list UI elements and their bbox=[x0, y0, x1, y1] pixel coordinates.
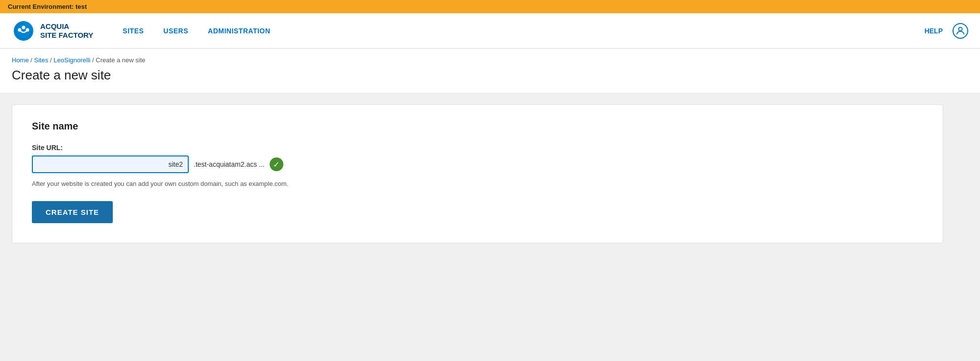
header-right: HELP bbox=[925, 23, 968, 39]
nav-administration[interactable]: ADMINISTRATION bbox=[208, 27, 270, 35]
environment-banner: Current Environment: test bbox=[0, 0, 980, 13]
url-suffix: .test-acquiatam2.acs ... bbox=[194, 160, 265, 168]
validation-check-icon: ✓ bbox=[270, 157, 283, 171]
svg-point-3 bbox=[958, 27, 962, 30]
breadcrumb-area: Home / Sites / LeoSignorelli / Create a … bbox=[0, 49, 980, 64]
main-nav: SITES USERS ADMINISTRATION bbox=[123, 27, 924, 35]
url-row: .test-acquiatam2.acs ... ✓ bbox=[32, 155, 923, 173]
environment-banner-text: Current Environment: test bbox=[8, 3, 87, 10]
svg-point-1 bbox=[22, 26, 25, 29]
logo-area: ACQUIA SITE FACTORY bbox=[12, 19, 93, 43]
user-icon[interactable] bbox=[953, 23, 968, 39]
main-content: Site name Site URL: .test-acquiatam2.acs… bbox=[0, 93, 980, 255]
breadcrumb: Home / Sites / LeoSignorelli / Create a … bbox=[12, 56, 968, 64]
site-url-label: Site URL: bbox=[32, 144, 923, 152]
breadcrumb-leosignorelli[interactable]: LeoSignorelli bbox=[53, 56, 90, 64]
breadcrumb-home[interactable]: Home bbox=[12, 56, 29, 64]
form-card: Site name Site URL: .test-acquiatam2.acs… bbox=[12, 104, 943, 243]
create-site-button[interactable]: CREATE SITE bbox=[32, 201, 113, 223]
help-link[interactable]: HELP bbox=[925, 27, 943, 35]
breadcrumb-sites[interactable]: Sites bbox=[34, 56, 49, 64]
nav-sites[interactable]: SITES bbox=[123, 27, 144, 35]
section-title: Site name bbox=[32, 121, 923, 132]
breadcrumb-current: Create a new site bbox=[96, 56, 145, 64]
helper-text: After your website is created you can ad… bbox=[32, 180, 923, 187]
acquia-logo-icon bbox=[12, 19, 35, 43]
site-url-input[interactable] bbox=[32, 155, 189, 173]
nav-users[interactable]: USERS bbox=[163, 27, 188, 35]
page-title: Create a new site bbox=[0, 64, 980, 93]
logo-text: ACQUIA SITE FACTORY bbox=[40, 22, 93, 40]
header: ACQUIA SITE FACTORY SITES USERS ADMINIST… bbox=[0, 13, 980, 49]
